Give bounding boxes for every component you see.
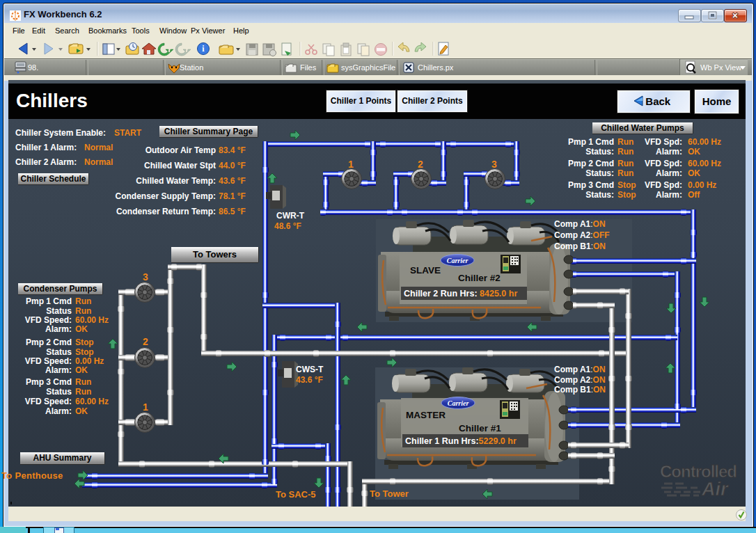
svg-text:Chiller #1: Chiller #1: [459, 423, 501, 433]
svg-text:MASTER: MASTER: [406, 410, 446, 420]
svg-text:Chiller #2: Chiller #2: [458, 273, 501, 283]
svg-text:Carrier: Carrier: [448, 399, 469, 407]
svg-text:✖: ✖: [732, 10, 739, 21]
svg-text:SLAVE: SLAVE: [410, 265, 441, 276]
svg-text:Carrier: Carrier: [447, 257, 468, 264]
svg-text:Air: Air: [701, 479, 729, 498]
svg-text:Controlled: Controlled: [660, 462, 737, 481]
svg-text:Chiller 1 Run Hrs:5229.0 hr: Chiller 1 Run Hrs:5229.0 hr: [405, 436, 517, 446]
svg-text:Chiller 2 Run Hrs: 8425.0 hr: Chiller 2 Run Hrs: 8425.0 hr: [404, 289, 517, 299]
